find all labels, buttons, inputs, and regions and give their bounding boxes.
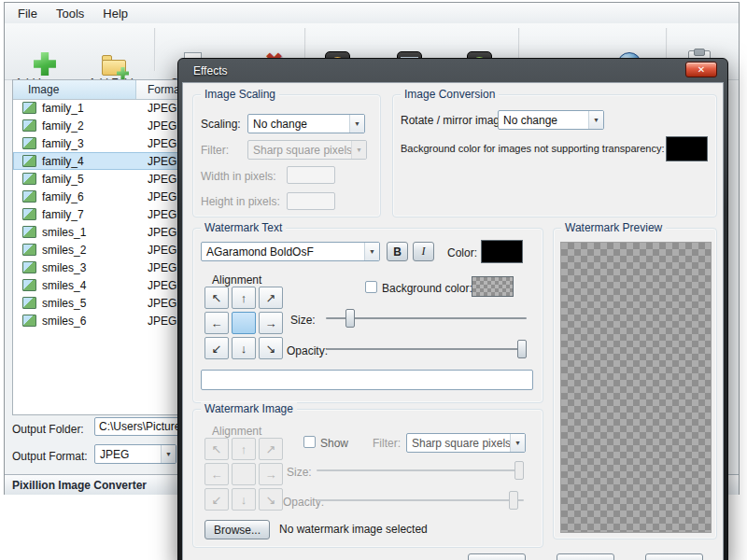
clipboard-clip <box>694 49 705 56</box>
image-filter-value: Sharp square pixels <box>407 434 510 452</box>
slider-thumb[interactable] <box>345 309 355 328</box>
slider-track <box>317 469 524 471</box>
background-color-swatch[interactable] <box>472 276 514 297</box>
watermark-text-group: Watermark Text AGaramond BoldOsF ▼ B I C… <box>192 228 543 403</box>
rotate-value: No change <box>499 111 588 129</box>
toolbar-separator <box>154 28 156 71</box>
font-select[interactable]: AGaramond BoldOsF ▼ <box>201 242 380 261</box>
chevron-down-icon: ▼ <box>364 243 379 260</box>
file-name: family_1 <box>42 102 135 115</box>
text-opacity-label: Opacity: <box>287 344 328 357</box>
scale-filter-value: Sharp square pixels <box>248 141 351 159</box>
align-top-right-button: ↗ <box>259 438 283 460</box>
align-top-left-button[interactable]: ↖ <box>204 287 229 309</box>
align-bottom-right-button[interactable]: ↘ <box>259 337 283 359</box>
column-header-image[interactable]: Image <box>13 80 136 99</box>
text-color-swatch[interactable] <box>481 240 523 263</box>
align-left-button[interactable]: ← <box>204 312 229 334</box>
file-format: JPEG <box>148 173 176 186</box>
file-format: JPEG <box>148 261 176 274</box>
thumbnail-icon <box>22 119 36 132</box>
file-name: smiles_3 <box>42 261 135 274</box>
font-value: AGaramond BoldOsF <box>202 243 364 260</box>
align-right-button[interactable]: → <box>259 312 283 334</box>
watermark-text-input[interactable] <box>201 370 533 390</box>
chevron-down-icon: ▼ <box>588 111 603 129</box>
thumbnail-icon <box>22 279 36 291</box>
file-name: family_5 <box>42 173 135 186</box>
thumbnail-icon <box>22 226 36 238</box>
file-name: family_7 <box>42 208 135 221</box>
file-format: JPEG <box>148 102 176 115</box>
show-checkbox[interactable] <box>303 436 316 448</box>
text-alignment-grid: ↖ ↑ ↗ ← → ↙ ↓ ↘ <box>204 287 283 359</box>
thumbnail-icon <box>22 244 36 256</box>
image-size-slider <box>317 461 524 480</box>
add-folder-icon[interactable] <box>102 51 126 77</box>
align-bottom-right-button: ↘ <box>259 488 283 511</box>
align-top-button[interactable]: ↑ <box>232 287 256 309</box>
chevron-down-icon: ▼ <box>349 115 364 133</box>
scale-filter-select: Sharp square pixels ▼ <box>247 140 367 160</box>
watermark-image-status: No watermark image selected <box>279 523 428 536</box>
thumbnail-icon <box>22 137 36 149</box>
watermark-text-title: Watermark Text <box>201 221 286 234</box>
align-top-right-button[interactable]: ↗ <box>259 287 283 309</box>
output-format-select[interactable]: JPEG ▼ <box>94 444 176 464</box>
menu-help[interactable]: Help <box>103 7 128 21</box>
align-center-button <box>232 463 256 485</box>
text-color-label: Color: <box>447 246 477 259</box>
watermark-preview-group: Watermark Preview <box>553 228 717 539</box>
align-bottom-left-button[interactable]: ↙ <box>204 337 229 359</box>
file-name: smiles_6 <box>42 315 135 328</box>
thumbnail-icon <box>22 297 36 309</box>
scaling-label: Scaling: <box>201 118 241 131</box>
italic-button[interactable]: I <box>413 242 434 261</box>
scale-filter-label: Filter: <box>201 144 229 157</box>
menu-tools[interactable]: Tools <box>56 7 84 21</box>
thumbnail-icon <box>22 261 36 273</box>
image-filter-select[interactable]: Sharp square pixels ▼ <box>406 433 526 453</box>
width-label: Width in pixels: <box>201 170 276 183</box>
output-folder-label: Output Folder: <box>12 423 84 436</box>
file-format: JPEG <box>148 155 176 168</box>
bold-button[interactable]: B <box>387 242 408 261</box>
thumbnail-icon <box>22 155 36 167</box>
dialog-titlebar[interactable]: Effects ✕ <box>182 59 724 82</box>
scaling-select[interactable]: No change ▼ <box>247 114 365 133</box>
file-name: family_4 <box>42 155 135 168</box>
dialog-button-2[interactable] <box>557 553 614 560</box>
align-bottom-button[interactable]: ↓ <box>232 337 256 359</box>
browse-button[interactable]: Browse... <box>204 520 270 539</box>
watermark-preview-title: Watermark Preview <box>561 221 666 234</box>
file-name: smiles_1 <box>42 226 135 239</box>
align-left-button: ← <box>204 463 229 485</box>
dialog-button-3[interactable] <box>645 553 703 560</box>
menu-file[interactable]: File <box>18 7 37 21</box>
text-opacity-slider[interactable] <box>326 340 527 358</box>
file-name: family_6 <box>42 190 135 203</box>
align-center-button[interactable] <box>232 312 256 334</box>
transparency-bg-color-swatch[interactable] <box>666 136 708 161</box>
slider-thumb[interactable] <box>517 340 527 358</box>
file-format: JPEG <box>148 297 176 310</box>
background-color-checkbox[interactable] <box>365 281 377 293</box>
image-conversion-group: Image Conversion Rotate / mirror image: … <box>392 94 717 217</box>
status-text: Pixillion Image Converter <box>12 479 147 492</box>
scaling-value: No change <box>248 115 349 133</box>
background-color-label: Background color: <box>382 282 472 295</box>
thumbnail-icon <box>22 102 36 114</box>
image-size-label: Size: <box>287 466 312 479</box>
close-button[interactable]: ✕ <box>685 62 717 77</box>
height-label: Height in pixels: <box>201 195 280 208</box>
slider-track <box>326 348 527 350</box>
file-format: JPEG <box>148 279 176 292</box>
align-bottom-left-button: ↙ <box>204 488 229 511</box>
text-size-label: Size: <box>290 314 316 327</box>
dialog-button-1[interactable] <box>468 553 526 560</box>
add-images-icon[interactable] <box>33 51 57 77</box>
rotate-select[interactable]: No change ▼ <box>498 110 604 130</box>
text-size-slider[interactable] <box>326 309 527 328</box>
thumbnail-icon <box>22 190 36 203</box>
align-top-button: ↑ <box>232 438 256 460</box>
